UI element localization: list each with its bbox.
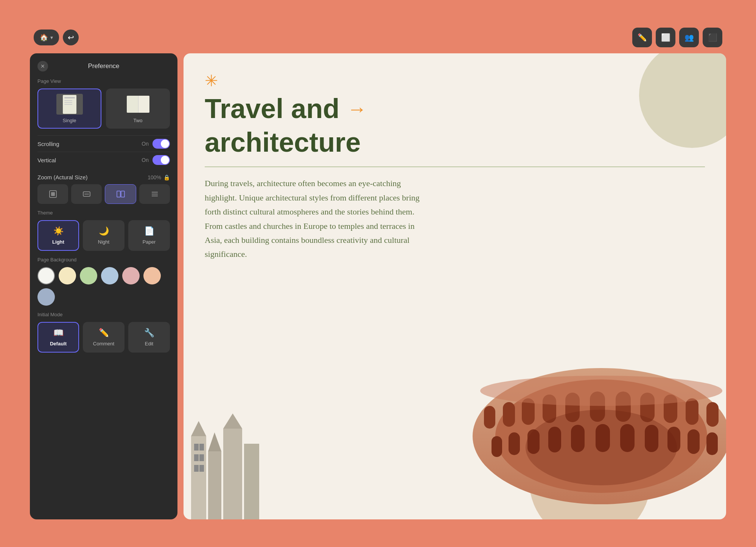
svg-rect-5 xyxy=(121,191,124,197)
screen: 🏠 ▾ ↩ ✏️ ⬜ 👥 ⬛ ✕ P xyxy=(22,20,734,527)
vertical-value: On xyxy=(142,157,149,163)
doc-title-line2: architecture xyxy=(205,127,705,157)
theme-label: Theme xyxy=(37,210,170,216)
theme-light[interactable]: ☀️ Light xyxy=(37,220,79,251)
page-view-two[interactable]: Two xyxy=(106,89,170,129)
edit-mode-label: Edit xyxy=(145,341,153,347)
scroll-icon xyxy=(151,190,159,198)
more-icon: ⬛ xyxy=(708,33,717,42)
preference-panel: ✕ Preference Page View Single Two xyxy=(30,53,177,519)
theme-night[interactable]: 🌙 Night xyxy=(83,220,124,251)
pref-header: ✕ Preference xyxy=(37,62,170,70)
doc-title-row: Travel and → xyxy=(205,94,705,124)
bg-color-peach[interactable] xyxy=(143,267,161,284)
share-button[interactable]: 👥 xyxy=(679,28,699,47)
svg-rect-34 xyxy=(706,402,719,427)
doc-arrow: → xyxy=(347,98,367,120)
svg-rect-17 xyxy=(208,451,221,519)
vertical-toggle[interactable] xyxy=(152,155,170,165)
two-page-left-preview xyxy=(127,96,138,113)
paper-icon: 📄 xyxy=(144,226,154,236)
scrolling-toggle-right: On xyxy=(142,139,170,149)
share-icon: 👥 xyxy=(684,33,694,42)
mode-default[interactable]: 📖 Default xyxy=(37,322,79,353)
back-button[interactable]: ↩ xyxy=(63,30,79,45)
zoom-value: 100% 🔒 xyxy=(148,174,170,180)
default-mode-label: Default xyxy=(50,341,67,347)
svg-rect-35 xyxy=(492,436,502,457)
doc-images xyxy=(184,361,726,519)
mode-edit[interactable]: 🔧 Edit xyxy=(128,322,170,353)
layout-button[interactable]: ⬜ xyxy=(656,28,675,47)
zoom-two-page[interactable] xyxy=(105,184,136,204)
buildings-illustration xyxy=(191,413,259,519)
zoom-fit-width[interactable] xyxy=(71,184,102,204)
pref-title: Preference xyxy=(88,62,119,70)
single-label: Single xyxy=(62,118,76,123)
doc-star: ✳ xyxy=(205,71,705,90)
bg-color-cream[interactable] xyxy=(59,267,76,284)
bg-color-blue[interactable] xyxy=(101,267,118,284)
svg-rect-12 xyxy=(194,454,199,461)
svg-rect-33 xyxy=(686,398,698,425)
zoom-scroll[interactable] xyxy=(139,184,170,204)
home-button[interactable]: 🏠 ▾ xyxy=(34,30,59,45)
svg-point-46 xyxy=(480,376,722,406)
svg-rect-10 xyxy=(194,444,199,451)
top-left-controls: 🏠 ▾ ↩ xyxy=(34,30,79,45)
doc-body: During travels, architecture often becom… xyxy=(205,176,432,261)
svg-rect-15 xyxy=(199,465,204,472)
colosseum-illustration xyxy=(473,361,726,519)
colosseum-svg xyxy=(473,361,726,519)
svg-rect-13 xyxy=(199,454,204,461)
svg-rect-36 xyxy=(509,432,520,455)
svg-rect-19 xyxy=(223,429,242,519)
scrolling-value: On xyxy=(142,141,149,147)
bg-color-white[interactable] xyxy=(37,267,55,284)
top-right-controls: ✏️ ⬜ 👥 ⬛ xyxy=(632,28,722,47)
mode-options: 📖 Default ✏️ Comment 🔧 Edit xyxy=(37,322,170,353)
page-background-label: Page Background xyxy=(37,257,170,263)
page-view-label: Page View xyxy=(37,78,170,84)
back-icon: ↩ xyxy=(68,33,74,42)
svg-rect-11 xyxy=(199,444,204,451)
zoom-presets xyxy=(37,184,170,204)
scrolling-row: Scrolling On xyxy=(37,135,170,152)
zoom-fit-page[interactable] xyxy=(37,184,68,204)
two-label: Two xyxy=(134,118,143,123)
svg-marker-18 xyxy=(208,432,221,451)
close-button[interactable]: ✕ xyxy=(37,61,48,71)
two-thumb xyxy=(125,94,151,115)
scrolling-toggle[interactable] xyxy=(152,139,170,149)
annotate-button[interactable]: ✏️ xyxy=(632,28,652,47)
doc-divider xyxy=(205,166,705,167)
svg-marker-16 xyxy=(191,421,206,436)
theme-paper[interactable]: 📄 Paper xyxy=(128,220,170,251)
lock-icon: 🔒 xyxy=(163,174,170,180)
svg-rect-14 xyxy=(194,465,199,472)
default-mode-icon: 📖 xyxy=(53,328,64,338)
mode-comment[interactable]: ✏️ Comment xyxy=(83,322,124,353)
more-button[interactable]: ⬛ xyxy=(703,28,722,47)
main-area: ✕ Preference Page View Single Two xyxy=(30,53,726,519)
comment-mode-label: Comment xyxy=(93,341,114,347)
svg-rect-25 xyxy=(503,402,515,427)
svg-marker-20 xyxy=(223,413,242,429)
light-label: Light xyxy=(52,239,64,245)
bg-color-slate[interactable] xyxy=(37,288,55,306)
doc-title-line1: Travel and xyxy=(205,94,339,124)
page-view-single[interactable]: Single xyxy=(37,89,101,129)
bg-color-pink[interactable] xyxy=(122,267,140,284)
home-icon: 🏠 xyxy=(40,33,48,42)
comment-mode-icon: ✏️ xyxy=(99,328,109,338)
document-area: ✳ Travel and → architecture During trave… xyxy=(184,53,726,519)
paper-label: Paper xyxy=(143,239,156,245)
bg-color-green[interactable] xyxy=(80,267,97,284)
svg-rect-45 xyxy=(706,432,718,455)
vertical-toggle-right: On xyxy=(142,155,170,165)
pen-icon: ✏️ xyxy=(638,33,647,42)
vertical-label: Vertical xyxy=(37,157,56,163)
fit-page-icon xyxy=(49,190,57,198)
scrolling-label: Scrolling xyxy=(37,141,59,147)
theme-options: ☀️ Light 🌙 Night 📄 Paper xyxy=(37,220,170,251)
